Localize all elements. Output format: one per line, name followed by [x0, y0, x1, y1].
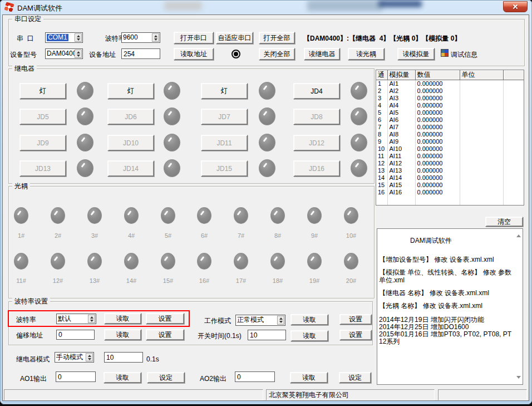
opto-label-2: 2#: [51, 232, 65, 239]
read-relay-button[interactable]: 读继电器: [304, 48, 340, 60]
relay-led-9: [77, 134, 93, 151]
close-button[interactable]: [503, 1, 528, 12]
relay-button-10[interactable]: JD10: [107, 135, 154, 151]
ao1-output-input[interactable]: [56, 371, 96, 382]
adaptive-serial-button[interactable]: 自适应串口: [216, 32, 253, 44]
serial-port-label: 串 口: [17, 35, 34, 42]
open-all-button[interactable]: 打开全部: [259, 32, 295, 44]
switch-time-read-button[interactable]: 读取: [290, 330, 328, 341]
opto-label-17: 17#: [234, 277, 248, 284]
relay-time-input[interactable]: [104, 352, 143, 363]
baud-read-button[interactable]: 读取: [104, 313, 141, 324]
relay-mode-select[interactable]: 手动模式: [55, 352, 94, 363]
open-serial-button[interactable]: 打开串口: [174, 32, 214, 44]
table-row[interactable]: 2AI20.000000: [376, 87, 524, 95]
debug-info-label[interactable]: 调试信息: [451, 51, 477, 58]
ao2-output-input[interactable]: [235, 371, 275, 382]
relay-button-7[interactable]: JD7: [201, 109, 248, 125]
ao2-set-button[interactable]: 设定: [339, 372, 371, 383]
relay-button-8[interactable]: JD8: [293, 109, 340, 125]
table-row[interactable]: 12AI120.000000: [376, 160, 524, 167]
read-address-button[interactable]: 读取地址: [174, 48, 214, 60]
dropdown-arrow-icon[interactable]: [88, 315, 95, 323]
ao1-read-button[interactable]: 读取: [104, 372, 141, 383]
table-row[interactable]: 7AI70.000000: [376, 124, 524, 131]
relay-button-6[interactable]: JD6: [107, 109, 154, 125]
table-row[interactable]: 15AI150.000000: [376, 182, 524, 189]
dropdown-arrow-icon[interactable]: [75, 33, 82, 42]
relay-button-9[interactable]: JD9: [19, 135, 66, 151]
relay-button-5[interactable]: JD5: [19, 109, 66, 125]
switch-time-input[interactable]: [248, 330, 286, 340]
opto-label-4: 4#: [124, 232, 139, 239]
dropdown-arrow-icon[interactable]: [152, 33, 159, 42]
table-row[interactable]: 8AI80.000000: [376, 131, 524, 138]
device-model-select[interactable]: DAM0400: [45, 48, 83, 59]
clear-button[interactable]: 清空: [485, 217, 523, 227]
switch-time-set-button[interactable]: 设置: [339, 330, 372, 340]
relay-led-13: [77, 159, 93, 177]
table-row[interactable]: 5AI50.000000: [376, 109, 524, 116]
table-cell: AI15: [387, 182, 415, 189]
relay-button-11[interactable]: JD11: [201, 135, 248, 151]
table-row[interactable]: 16AI160.000000: [376, 189, 524, 196]
work-mode-read-button[interactable]: 读取: [290, 314, 328, 325]
relay-led-10: [164, 134, 180, 151]
table-row[interactable]: 11AI110.000000: [376, 153, 524, 160]
table-row[interactable]: 6AI60.000000: [376, 116, 524, 124]
table-cell: [460, 160, 503, 167]
status-pane-company: 北京聚英翱翔电子有限公司: [266, 389, 435, 400]
table-cell: AI16: [387, 189, 415, 196]
work-mode-select[interactable]: 正常模式: [235, 315, 285, 326]
opto-label-5: 5#: [161, 232, 175, 239]
baud-setting-select[interactable]: 默认: [56, 314, 96, 324]
relay-button-14[interactable]: JD14: [107, 160, 154, 177]
relay-button-12[interactable]: JD12: [293, 135, 340, 151]
table-cell: 12: [376, 160, 387, 167]
read-analog-button[interactable]: 读模拟量: [397, 48, 435, 60]
close-all-button[interactable]: 关闭全部: [259, 48, 295, 60]
table-cell: AI4: [387, 102, 415, 109]
relay-button-15[interactable]: JD15: [201, 160, 248, 177]
scroll-up-icon[interactable]: [516, 232, 521, 237]
read-opto-button[interactable]: 读光耦: [348, 48, 385, 60]
table-row[interactable]: 1AI10.000000: [376, 80, 524, 88]
table-cell: 16: [376, 189, 387, 196]
table-row[interactable]: 3AI30.000000: [376, 95, 524, 102]
offset-set-button[interactable]: 设置: [146, 329, 184, 340]
table-header-cell: 数值: [415, 70, 460, 80]
table-cell: [503, 109, 524, 116]
table-row[interactable]: 9AI90.000000: [376, 138, 524, 145]
opto-label-11: 11#: [14, 277, 28, 284]
table-row[interactable]: 13AI130.000000: [376, 167, 524, 174]
dropdown-arrow-icon[interactable]: [75, 50, 82, 58]
relay-button-4[interactable]: JD4: [293, 83, 340, 99]
relay-button-2[interactable]: 灯: [107, 83, 154, 99]
device-model-value: DAM0400: [47, 50, 76, 57]
table-cell: [460, 138, 503, 145]
relay-button-16[interactable]: JD16: [293, 160, 340, 177]
title-bar[interactable]: DAM调试软件: [0, 0, 532, 14]
offset-read-button[interactable]: 读取: [104, 329, 141, 340]
ao1-set-button[interactable]: 设定: [147, 372, 185, 383]
serial-port-select[interactable]: COM1: [45, 32, 83, 43]
relay-button-3[interactable]: 灯: [201, 83, 248, 99]
serial-port-value: COM1: [47, 34, 68, 41]
table-cell: [460, 116, 503, 124]
relay-button-1[interactable]: 灯: [19, 83, 66, 99]
ao2-read-button[interactable]: 读取: [290, 372, 328, 383]
table-row[interactable]: 10AI100.000000: [376, 145, 524, 153]
dropdown-arrow-icon[interactable]: [277, 316, 284, 325]
device-address-input[interactable]: [121, 48, 160, 59]
relay-led-15: [259, 159, 275, 177]
scroll-down-icon[interactable]: [516, 376, 521, 381]
table-row[interactable]: 4AI40.000000: [376, 102, 524, 109]
offset-address-input[interactable]: [56, 330, 95, 340]
table-row[interactable]: 14AI140.000000: [376, 174, 524, 182]
dropdown-arrow-icon[interactable]: [86, 353, 93, 361]
opto-led-18: [270, 253, 285, 270]
baud-set-button[interactable]: 设置: [146, 313, 184, 324]
baud-rate-select[interactable]: 9600: [121, 32, 160, 43]
work-mode-set-button[interactable]: 设置: [339, 314, 372, 325]
relay-button-13[interactable]: JD13: [19, 160, 66, 177]
